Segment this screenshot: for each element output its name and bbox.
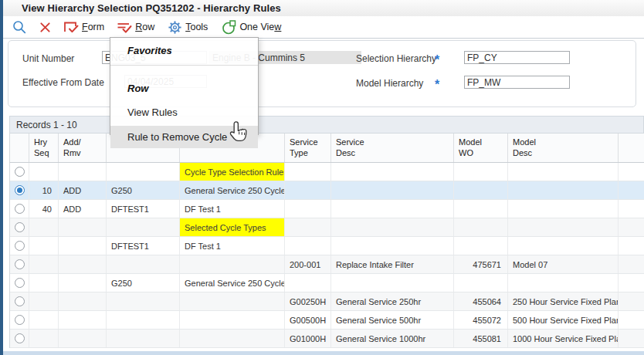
cell-service_type: [285, 218, 331, 236]
cell-service_desc: Replace Intake Filter: [331, 255, 454, 273]
model-hierarchy-input[interactable]: [464, 76, 570, 89]
unit-number-label: Unit Number: [22, 53, 74, 64]
cell-service_desc: General Service 250hr: [331, 292, 454, 310]
cell-add_rmv: [59, 237, 107, 255]
column-header-model_wo[interactable]: ModelWO: [454, 134, 508, 162]
cell-model_wo: [454, 163, 508, 181]
cell-model_desc: [508, 200, 619, 218]
table-row[interactable]: Cycle Type Selection Rules: [10, 163, 644, 181]
cell-hry_seq: [29, 274, 59, 292]
radio-icon[interactable]: [15, 167, 25, 177]
tools-button[interactable]: Tools: [165, 19, 210, 36]
row-select-radio[interactable]: [10, 292, 29, 310]
cell-service_type: [285, 237, 331, 255]
cell-model_desc: 1000 Hour Service Fixed Plant: [508, 330, 619, 347]
cell-model_wo: 455072: [454, 311, 508, 329]
hand-cursor-icon: [229, 120, 249, 149]
cell-cycle_type: G250: [107, 181, 180, 199]
row-select-radio[interactable]: [10, 311, 29, 329]
cell-overflow: [619, 255, 644, 273]
cell-model_desc: [508, 237, 619, 255]
window-bottom-frame: [0, 351, 644, 355]
table-row[interactable]: 40ADDDFTEST1DF Test 1: [10, 200, 644, 218]
row-select-radio[interactable]: [10, 200, 29, 218]
column-header-service_type[interactable]: ServiceType: [285, 134, 331, 162]
search-button[interactable]: [9, 18, 29, 36]
cell-cycle_type: DFTEST1: [107, 200, 180, 218]
row-select-radio[interactable]: [10, 181, 29, 199]
one-view-button[interactable]: One View: [219, 19, 283, 36]
column-header-hry_seq[interactable]: HrySeq: [29, 134, 59, 162]
cell-overflow: [619, 200, 644, 218]
table-row[interactable]: G00500HGeneral Service 500hr455072500 Ho…: [10, 311, 644, 330]
radio-icon[interactable]: [15, 241, 25, 251]
column-header-add_rmv[interactable]: Add/Rmv: [59, 134, 107, 162]
cell-model_wo: [454, 181, 508, 199]
cell-overflow: [619, 311, 644, 329]
radio-icon[interactable]: [15, 278, 25, 288]
table-row[interactable]: Selected Cycle Types: [10, 218, 644, 237]
cell-cycle_type: [107, 330, 180, 347]
cell-model_desc: Model 07: [508, 255, 619, 273]
menu-item-view-rules[interactable]: View Rules: [110, 104, 258, 121]
cell-overflow: [619, 274, 644, 292]
row-select-radio[interactable]: [10, 237, 29, 255]
cell-hry_seq: 40: [29, 200, 59, 218]
column-header-model_desc[interactable]: ModelDesc: [508, 134, 619, 162]
row-select-radio[interactable]: [10, 255, 29, 273]
radio-selected-icon[interactable]: [15, 185, 25, 195]
table-row[interactable]: DFTEST1DF Test 1: [10, 237, 644, 255]
cell-overflow: [619, 163, 644, 181]
radio-icon[interactable]: [15, 315, 25, 325]
close-button[interactable]: [37, 20, 53, 35]
cell-model_wo: [454, 200, 508, 218]
cell-cycle_type: [107, 255, 180, 273]
cell-service_type: G00250H: [285, 292, 331, 310]
cell-description: General Service 250 Cycle: [180, 274, 285, 292]
cell-service_desc: General Service 500hr: [331, 311, 454, 329]
cell-hry_seq: [29, 163, 59, 181]
row-select-radio[interactable]: [10, 218, 29, 236]
cell-hry_seq: [29, 330, 59, 347]
radio-icon[interactable]: [15, 333, 25, 343]
form-exit-button[interactable]: Form: [60, 19, 107, 36]
radio-icon[interactable]: [15, 296, 25, 306]
radio-icon[interactable]: [15, 259, 25, 269]
cell-description: General Service 250 Cycle: [180, 181, 285, 199]
column-header-overflow: [619, 134, 644, 162]
cell-description: Cycle Type Selection Rules: [180, 163, 285, 181]
cell-service_desc: General Service 1000hr: [331, 330, 454, 347]
table-row[interactable]: G250General Service 250 Cycle: [10, 274, 644, 292]
cell-overflow: [619, 181, 644, 199]
radio-icon[interactable]: [15, 204, 25, 214]
column-header-service_desc[interactable]: ServiceDesc: [331, 134, 454, 162]
cell-cycle_type: DFTEST1: [107, 237, 180, 255]
selection-hierarchy-input[interactable]: [464, 51, 570, 64]
cell-overflow: [619, 237, 644, 255]
required-asterisk-icon: *: [435, 81, 439, 89]
cell-add_rmv: [59, 330, 107, 347]
window-left-frame: [0, 0, 3, 355]
cell-overflow: [619, 218, 644, 236]
table-row[interactable]: 200-001Replace Intake Filter475671Model …: [10, 255, 644, 274]
cell-description: [180, 292, 285, 310]
form-exit-button-label: Form: [82, 22, 104, 32]
table-row[interactable]: G01000HGeneral Service 1000hr4550811000 …: [10, 330, 644, 348]
cell-model_desc: 500 Hour Service Fixed Plant: [508, 311, 619, 329]
row-select-radio[interactable]: [10, 274, 29, 292]
row-select-radio[interactable]: [10, 330, 29, 347]
cell-description: [180, 330, 285, 347]
radio-icon[interactable]: [15, 222, 25, 232]
row-exit-button[interactable]: Row: [114, 19, 157, 36]
cell-add_rmv: [59, 292, 107, 310]
header-form-panel: Unit Number Engine B - Cummins 5 Effecti…: [8, 40, 636, 107]
cell-model_wo: 455081: [454, 330, 508, 347]
table-row[interactable]: 10ADDG250General Service 250 Cycle: [10, 181, 644, 200]
cell-hry_seq: [29, 237, 59, 255]
cell-hry_seq: [29, 311, 59, 329]
row-select-radio[interactable]: [10, 163, 29, 181]
records-count-label: Records 1 - 10: [16, 120, 77, 130]
table-row[interactable]: G00250HGeneral Service 250hr455064250 Ho…: [10, 292, 644, 311]
cell-cycle_type: [107, 311, 180, 329]
column-header-radio: [10, 134, 29, 162]
